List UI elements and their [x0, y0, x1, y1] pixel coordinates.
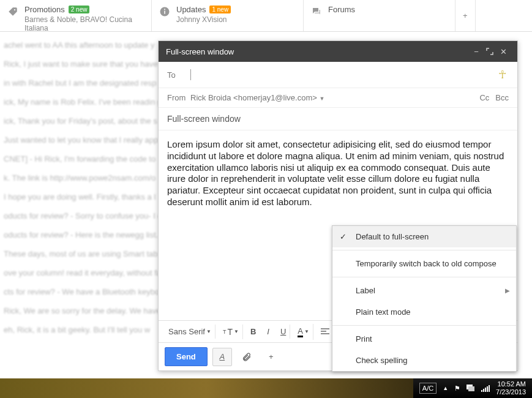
- tab-updates-sub: Johnny XVision: [176, 15, 231, 24]
- mail-list-blur: achel went to AA this afternoon to updat…: [0, 32, 159, 375]
- menu-separator: [332, 325, 516, 326]
- from-value: Rick Broida <homerjay1@live.com> ▼: [190, 93, 479, 102]
- mail-row-blur: Rick, We are so sorry for the delay. We …: [0, 301, 159, 320]
- tab-updates-label: Updates: [176, 5, 206, 14]
- align-button[interactable]: [317, 326, 333, 338]
- mail-row-blur: oducts for review? - Sorry to confuse yo…: [0, 206, 159, 225]
- to-label: To: [167, 70, 190, 80]
- subject-row[interactable]: [159, 108, 517, 130]
- menu-label: Label: [356, 286, 375, 295]
- power-ac-icon[interactable]: A/C: [419, 383, 436, 394]
- tab-add[interactable]: +: [455, 0, 476, 31]
- menu-label: Print: [356, 334, 372, 344]
- compose-header[interactable]: Full-screen window − ✕: [159, 41, 517, 62]
- svg-rect-16: [489, 385, 490, 392]
- formatting-toggle[interactable]: A: [212, 348, 232, 366]
- subject-input[interactable]: [167, 114, 509, 124]
- menu-label: Plain text mode: [356, 307, 411, 317]
- network-icon[interactable]: [466, 385, 475, 392]
- compose-title: Full-screen window: [166, 47, 470, 56]
- send-button[interactable]: Send: [165, 347, 208, 366]
- bold-button[interactable]: B: [247, 325, 260, 339]
- mail-row-blur: ick, My name is Rob Felix. I've been rea…: [0, 92, 159, 111]
- menu-print[interactable]: Print: [332, 328, 516, 350]
- tag-icon: [7, 6, 18, 17]
- svg-rect-11: [468, 386, 474, 391]
- cc-button[interactable]: Cc: [479, 93, 489, 102]
- menu-separator: [332, 250, 516, 250]
- contacts-icon[interactable]: ☥: [496, 68, 509, 81]
- mail-row-blur: These days, most of us are using Smart t…: [0, 244, 159, 263]
- text-color-button[interactable]: A ▼: [294, 324, 313, 340]
- from-label: From: [167, 93, 190, 102]
- chevron-down-icon[interactable]: ▼: [319, 96, 324, 102]
- taskbar-left: [0, 378, 413, 398]
- mail-row-blur: achel went to AA this afternoon to updat…: [0, 36, 159, 54]
- minimize-icon[interactable]: −: [470, 45, 483, 58]
- mail-row-blur: Just wanted to let you know that I reall…: [0, 130, 159, 149]
- from-row[interactable]: From Rick Broida <homerjay1@live.com> ▼ …: [159, 88, 517, 108]
- italic-button[interactable]: I: [263, 325, 273, 339]
- mail-row-blur: Rick, I just want to make sure that you …: [0, 54, 159, 73]
- mail-row-blur: ick, Thank you for Friday's post, about …: [0, 111, 159, 130]
- svg-rect-14: [485, 388, 486, 392]
- menu-check-spelling[interactable]: Check spelling: [332, 350, 516, 371]
- menu-switch-back[interactable]: Temporarily switch back to old compose: [332, 253, 516, 274]
- underline-button[interactable]: U: [277, 325, 290, 339]
- mail-row-blur: eh, Rick, it is a bit geeky. But I'll te…: [0, 320, 159, 339]
- svg-point-3: [164, 9, 165, 10]
- mail-row-blur: CNET] - Hi Rick, I'm forwarding the code…: [0, 149, 159, 168]
- menu-label-submenu[interactable]: Label ▶: [332, 280, 516, 301]
- mail-row-blur: in with Rachel but I am the designated r…: [0, 73, 159, 92]
- chevron-right-icon: ▶: [505, 287, 510, 294]
- clock[interactable]: 10:52 AM 7/23/2013: [496, 380, 526, 396]
- bcc-button[interactable]: Bcc: [495, 93, 509, 102]
- menu-separator: [332, 277, 516, 277]
- system-tray[interactable]: A/C ▲ ⚑ 10:52 AM 7/23/2013: [413, 380, 532, 396]
- font-family-select[interactable]: Sans Serif ▼: [165, 325, 215, 339]
- tab-forums[interactable]: Forums: [304, 0, 455, 31]
- tab-promotions-sub: Barnes & Noble, BRAVO! Cucina Italiana: [24, 15, 144, 32]
- attach-icon[interactable]: [237, 348, 257, 366]
- clock-time: 10:52 AM: [498, 380, 526, 388]
- mail-row-blur: ove your column! read it everyday, witho…: [0, 263, 159, 282]
- mail-row-blur: cts for review? - We have a Bluetooth ke…: [0, 282, 159, 301]
- close-icon[interactable]: ✕: [496, 45, 510, 58]
- compose-body-text: Lorem ipsum dolor sit amet, consectetur …: [167, 139, 504, 207]
- svg-rect-2: [164, 11, 165, 14]
- tab-promotions-label: Promotions: [24, 5, 65, 14]
- windows-taskbar[interactable]: A/C ▲ ⚑ 10:52 AM 7/23/2013: [0, 378, 532, 398]
- category-tabs: Promotions 2 new Barnes & Noble, BRAVO! …: [0, 0, 532, 32]
- to-input[interactable]: [191, 70, 496, 80]
- tab-promotions-badge: 2 new: [69, 6, 90, 13]
- checkmark-icon: ✓: [340, 232, 347, 241]
- compose-options-menu: ✓ Default to full-screen Temporarily swi…: [332, 225, 517, 372]
- flag-icon[interactable]: ⚑: [454, 385, 460, 392]
- fullscreen-icon[interactable]: [483, 45, 496, 58]
- svg-rect-15: [487, 386, 488, 392]
- insert-more-icon[interactable]: +: [261, 348, 281, 366]
- font-size-select[interactable]: TT ▼: [219, 325, 243, 339]
- tab-forums-label: Forums: [328, 5, 355, 14]
- mail-row-blur: oducts for review? - Here is the newegg …: [0, 225, 159, 244]
- svg-rect-13: [483, 389, 484, 392]
- svg-point-0: [14, 9, 15, 10]
- tab-updates-badge: 1 new: [209, 6, 231, 13]
- tray-caret-icon[interactable]: ▲: [443, 385, 448, 391]
- tab-updates[interactable]: Updates 1 new Johnny XVision: [152, 0, 304, 31]
- info-icon: [159, 6, 170, 17]
- plus-icon: +: [463, 11, 468, 20]
- menu-label: Default to full-screen: [356, 232, 429, 241]
- forums-icon: [311, 6, 322, 17]
- clock-date: 7/23/2013: [496, 388, 526, 396]
- signal-icon[interactable]: [481, 385, 490, 392]
- svg-rect-12: [481, 390, 482, 392]
- menu-plain-text[interactable]: Plain text mode: [332, 301, 516, 323]
- to-row[interactable]: To ☥: [159, 62, 517, 88]
- menu-label: Temporarily switch back to old compose: [356, 259, 496, 268]
- mail-row-blur: k. The link is http://www.powe2nsam.com/…: [0, 168, 159, 187]
- menu-default-fullscreen[interactable]: ✓ Default to full-screen: [332, 226, 516, 247]
- menu-label: Check spelling: [356, 356, 408, 365]
- mail-row-blur: I hope you are doing well. Firstly, than…: [0, 187, 159, 206]
- tab-promotions[interactable]: Promotions 2 new Barnes & Noble, BRAVO! …: [0, 0, 152, 31]
